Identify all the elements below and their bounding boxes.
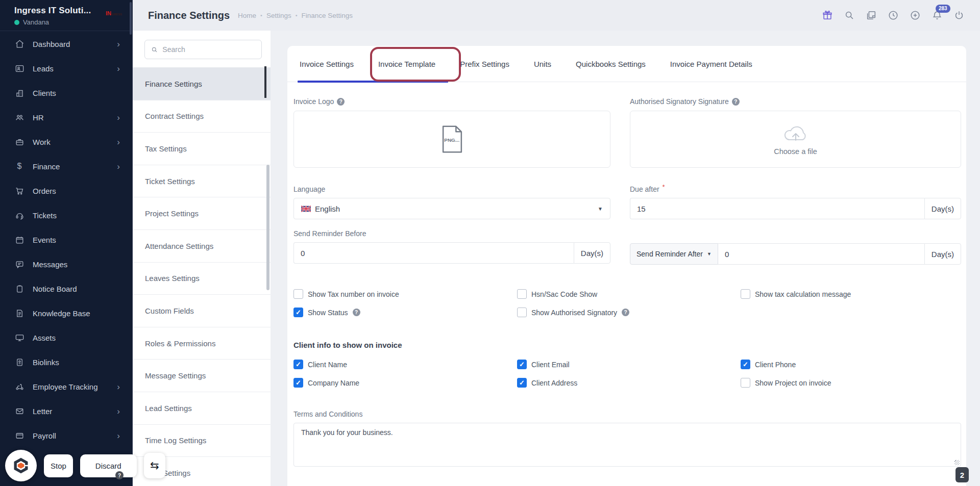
monitor-icon	[14, 332, 24, 343]
settings-nav-item-ticket-settings[interactable]: Ticket Settings	[133, 165, 271, 198]
payroll-card-icon	[14, 430, 24, 441]
search-icon	[151, 46, 158, 54]
tab-invoice-template[interactable]: Invoice Template	[366, 60, 448, 68]
tab-invoice-payment-details[interactable]: Invoice Payment Details	[658, 60, 765, 68]
notes-icon[interactable]	[865, 9, 878, 22]
checkbox-client-address[interactable]: ✓	[517, 378, 527, 388]
due-after-input[interactable]	[630, 198, 924, 219]
uk-flag-icon	[301, 206, 311, 212]
tab-quickbooks-settings[interactable]: Quickbooks Settings	[564, 60, 658, 68]
sidebar-item-events[interactable]: Events	[0, 227, 132, 252]
help-icon[interactable]: ?	[732, 98, 740, 106]
help-icon[interactable]: ?	[622, 309, 629, 316]
breadcrumb: Home • Settings • Finance Settings	[238, 12, 353, 19]
sidebar-item-leads[interactable]: Leads ›	[0, 56, 132, 81]
settings-nav-item-leaves-settings[interactable]: Leaves Settings	[133, 263, 271, 295]
settings-nav-item-lead-settings[interactable]: Lead Settings	[133, 392, 271, 425]
sidebar-item-hr[interactable]: HR ›	[0, 105, 132, 130]
sidebar-item-orders[interactable]: Orders	[0, 178, 132, 203]
help-icon[interactable]: ?	[337, 98, 345, 106]
png-file-icon: PNG...	[442, 125, 463, 154]
headset-icon	[14, 210, 24, 220]
sidebar-item-notice-board[interactable]: Notice Board	[0, 276, 132, 301]
stop-button[interactable]: Stop	[44, 454, 73, 477]
page-title: Finance Settings	[148, 10, 230, 21]
discard-button[interactable]: Discard	[80, 454, 137, 477]
resize-handle[interactable]	[954, 460, 960, 465]
tab-invoice-settings[interactable]: Invoice Settings	[287, 60, 366, 68]
sidebar-item-letter[interactable]: Letter ›	[0, 399, 132, 423]
search-icon[interactable]	[843, 9, 856, 22]
settings-nav-item-tax-settings[interactable]: Tax Settings	[133, 133, 271, 165]
clock-icon[interactable]	[887, 9, 900, 22]
checkbox-show-project[interactable]	[741, 378, 750, 388]
home-icon	[14, 39, 24, 49]
settings-nav-item-contract-settings[interactable]: Contract Settings	[133, 100, 271, 133]
checkbox-show-tax-number[interactable]	[293, 289, 303, 299]
settings-nav-item-finance-settings[interactable]: Finance Settings	[133, 68, 271, 100]
agent-logo-button[interactable]	[5, 450, 37, 481]
signature-label: Authorised Signatory Signature ?	[630, 97, 961, 106]
checkbox-show-authorised-signatory[interactable]	[517, 308, 527, 317]
settings-nav-scrollbar-dark[interactable]	[264, 66, 266, 98]
breadcrumb-separator: •	[296, 12, 298, 18]
client-info-options: ✓ Client Name ✓ Client Email ✓ Client Ph…	[293, 360, 961, 388]
language-value: English	[315, 204, 340, 213]
option-company-name: ✓ Company Name	[293, 378, 517, 388]
agent-control-bar: Stop Discard ? ⇆	[5, 450, 165, 481]
settings-search-wrap	[133, 31, 271, 68]
finance-settings-card: Invoice Settings Invoice Template Prefix…	[287, 46, 966, 486]
breadcrumb-settings[interactable]: Settings	[266, 12, 291, 19]
settings-nav-item-message-settings[interactable]: Message Settings	[133, 360, 271, 392]
sidebar-item-biolinks[interactable]: Biolinks	[0, 350, 132, 374]
topbar: Finance Settings Home • Settings • Finan…	[133, 0, 980, 31]
help-bubble[interactable]: ?	[115, 471, 124, 479]
tab-units[interactable]: Units	[522, 60, 564, 68]
settings-nav-item-custom-fields[interactable]: Custom Fields	[133, 295, 271, 327]
checkbox-show-tax-calculation[interactable]	[741, 289, 750, 299]
sidebar-item-finance[interactable]: $ Finance ›	[0, 154, 132, 178]
reminder-after-input[interactable]	[718, 243, 924, 265]
checkbox-client-email[interactable]: ✓	[517, 360, 527, 369]
caret-down-icon: ▼	[598, 206, 603, 212]
tab-prefix-settings[interactable]: Prefix Settings	[448, 60, 522, 68]
reminder-before-input[interactable]	[293, 242, 574, 264]
sidebar-scrollbar[interactable]	[130, 2, 132, 35]
bell-icon[interactable]: 283	[930, 9, 944, 22]
plus-circle-icon[interactable]	[909, 9, 922, 22]
checkbox-client-phone[interactable]: ✓	[741, 360, 750, 369]
settings-search-input[interactable]	[162, 45, 255, 54]
lead-card-icon	[14, 63, 24, 73]
sidebar-item-dashboard[interactable]: Dashboard ›	[0, 32, 132, 56]
settings-nav-item-attendance-settings[interactable]: Attendance Settings	[133, 230, 271, 263]
sidebar-item-tickets[interactable]: Tickets	[0, 203, 132, 227]
sidebar-item-payroll[interactable]: Payroll ›	[0, 423, 132, 448]
invoice-logo-upload[interactable]: PNG...	[293, 111, 610, 168]
sidebar-item-assets[interactable]: Assets	[0, 325, 132, 350]
checkbox-hsn-sac-code[interactable]	[517, 289, 527, 299]
sidebar-item-messages[interactable]: Messages	[0, 252, 132, 276]
settings-nav-scrollbar[interactable]	[266, 165, 270, 290]
settings-nav-item-roles-permissions[interactable]: Roles & Permissions	[133, 327, 271, 360]
checkbox-client-name[interactable]: ✓	[293, 360, 303, 369]
reminder-after-dropdown[interactable]: Send Reminder After ▼	[630, 243, 718, 265]
page-number-badge[interactable]: 2	[955, 467, 969, 482]
language-select[interactable]: English ▼	[293, 198, 610, 219]
chevron-right-icon: ›	[117, 64, 120, 73]
sidebar-item-employee-tracking[interactable]: Employee Tracking ›	[0, 374, 132, 399]
sidebar-item-work[interactable]: Work ›	[0, 130, 132, 154]
settings-nav-item-project-settings[interactable]: Project Settings	[133, 197, 271, 230]
signature-upload[interactable]: Choose a file	[630, 111, 961, 168]
power-icon[interactable]	[952, 9, 966, 22]
gift-icon[interactable]	[821, 9, 834, 22]
chevron-right-icon: ›	[117, 138, 120, 146]
help-icon[interactable]: ?	[353, 309, 360, 316]
checkbox-show-status[interactable]: ✓	[293, 308, 303, 317]
breadcrumb-home[interactable]: Home	[238, 12, 256, 19]
swap-button[interactable]: ⇆	[144, 453, 165, 478]
checkbox-company-name[interactable]: ✓	[293, 378, 303, 388]
terms-textarea[interactable]: Thank you for your business.	[293, 423, 961, 467]
screen: Ingress IT Soluti... Vandana INGRESS Das…	[0, 0, 980, 486]
sidebar-item-knowledge-base[interactable]: Knowledge Base	[0, 301, 132, 325]
sidebar-item-clients[interactable]: Clients	[0, 81, 132, 105]
